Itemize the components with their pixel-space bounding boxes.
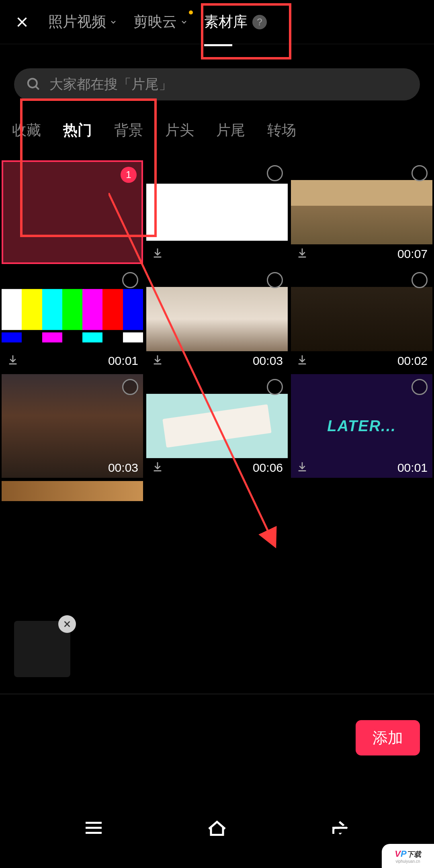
cat-ending[interactable]: 片尾 <box>216 117 245 144</box>
home-icon[interactable] <box>205 816 229 840</box>
watermark: VP下载 viphuiyuan.cn <box>382 844 434 868</box>
download-icon <box>151 246 164 259</box>
wm-cn: 下载 <box>407 850 421 858</box>
material-item[interactable]: 00:03 <box>2 374 143 478</box>
material-item[interactable]: 00:06 <box>146 374 288 478</box>
search-placeholder: 大家都在搜「片尾」 <box>49 75 172 94</box>
search-input[interactable]: 大家都在搜「片尾」 <box>14 68 420 100</box>
duration-label: 00:03 <box>253 354 283 368</box>
cat-background[interactable]: 背景 <box>114 117 143 144</box>
duration-label: 00:01 <box>108 354 138 368</box>
cat-opening[interactable]: 片头 <box>165 117 194 144</box>
cat-transition[interactable]: 转场 <box>267 117 296 144</box>
selection-badge: 1 <box>121 167 137 183</box>
material-item[interactable]: 00:01 <box>2 267 143 371</box>
divider <box>0 694 434 694</box>
close-button[interactable] <box>12 12 32 32</box>
download-icon <box>296 353 309 366</box>
download-icon <box>151 460 164 473</box>
duration-label: 00:06 <box>253 461 283 475</box>
selection-circle[interactable] <box>411 165 428 181</box>
add-label: 添加 <box>373 728 403 748</box>
help-icon[interactable]: ? <box>252 15 267 29</box>
selection-circle[interactable] <box>122 272 138 288</box>
wm-sub: viphuiyuan.cn <box>395 859 420 864</box>
header: 照片视频 剪映云 素材库 ? <box>0 0 434 44</box>
selection-circle[interactable] <box>267 165 283 181</box>
tab-photo-video[interactable]: 照片视频 <box>48 12 117 32</box>
chevron-down-icon <box>180 18 188 26</box>
material-item[interactable] <box>146 160 288 264</box>
wm-p: P <box>401 849 407 859</box>
cat-hot[interactable]: 热门 <box>63 117 92 144</box>
material-item[interactable]: 00:03 <box>146 267 288 371</box>
selection-circle[interactable] <box>122 379 138 395</box>
selection-circle[interactable] <box>411 272 428 288</box>
header-tabs: 照片视频 剪映云 素材库 ? <box>48 12 422 32</box>
download-icon <box>151 353 164 366</box>
duration-label: 00:01 <box>397 461 428 475</box>
tab-jianying-cloud[interactable]: 剪映云 <box>133 12 188 32</box>
duration-label: 00:02 <box>397 354 428 368</box>
material-item[interactable]: 00:02 <box>291 267 432 371</box>
duration-label: 00:07 <box>397 247 428 261</box>
selected-tray <box>0 613 434 685</box>
selection-circle[interactable] <box>267 272 283 288</box>
menu-icon[interactable] <box>82 816 106 840</box>
tab-label: 照片视频 <box>48 12 106 32</box>
download-icon <box>6 353 19 366</box>
thumbnail <box>2 481 143 501</box>
cat-favorites[interactable]: 收藏 <box>12 117 41 144</box>
search-icon <box>26 77 41 92</box>
material-item[interactable]: 1 <box>2 160 143 264</box>
selection-circle[interactable] <box>267 379 283 395</box>
chevron-down-icon <box>109 18 117 26</box>
close-icon <box>63 620 72 628</box>
material-item[interactable]: LATER... 00:01 <box>291 374 432 478</box>
tray-remove-button[interactable] <box>58 615 76 633</box>
material-item[interactable] <box>2 481 143 501</box>
wm-v: V <box>395 849 401 859</box>
duration-label: 00:03 <box>108 461 138 475</box>
tray-item[interactable] <box>14 621 70 677</box>
add-button[interactable]: 添加 <box>356 720 420 755</box>
thumbnail <box>146 160 288 264</box>
tab-label: 剪映云 <box>133 12 177 32</box>
notification-dot-icon <box>189 10 193 14</box>
material-grid: 1 00:07 00:01 <box>0 160 434 501</box>
download-icon <box>296 246 309 259</box>
close-icon <box>15 15 29 29</box>
back-icon[interactable] <box>328 816 352 840</box>
category-tabs: 收藏 热门 背景 片头 片尾 转场 <box>0 117 434 144</box>
material-item[interactable]: 00:07 <box>291 160 432 264</box>
tab-material-library[interactable]: 素材库 ? <box>204 12 267 32</box>
svg-point-0 <box>28 79 37 88</box>
later-text: LATER... <box>327 418 396 435</box>
tab-label: 素材库 <box>204 12 248 32</box>
selection-circle[interactable] <box>411 379 428 395</box>
download-icon <box>296 460 309 473</box>
system-navbar <box>0 804 434 852</box>
